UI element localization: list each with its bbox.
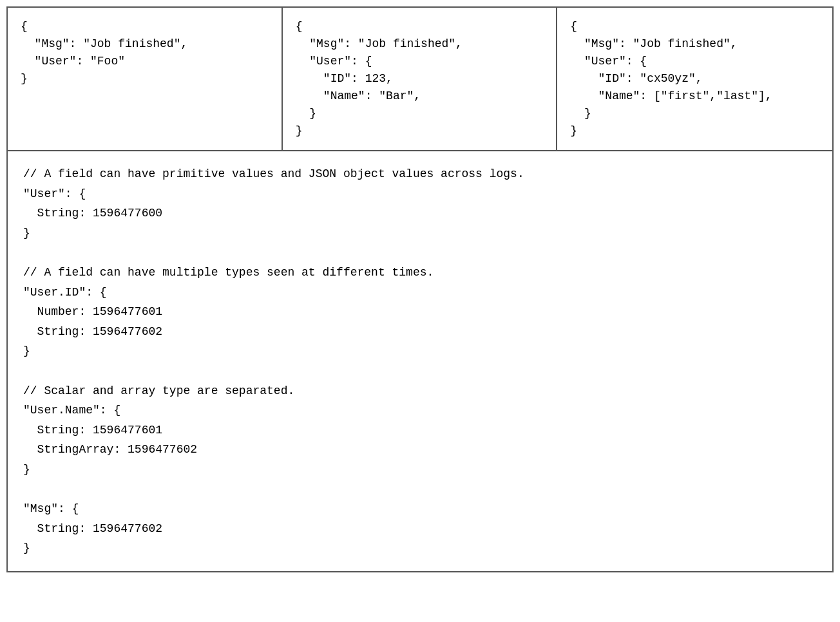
json-panel-3: { "Msg": "Job finished", "User": { "ID":…	[557, 8, 832, 150]
bottom-section: // A field can have primitive values and…	[8, 151, 832, 571]
top-section: { "Msg": "Job finished", "User": "Foo" }…	[8, 8, 832, 151]
json-panel-1: { "Msg": "Job finished", "User": "Foo" }	[8, 8, 283, 150]
main-container: { "Msg": "Job finished", "User": "Foo" }…	[6, 6, 834, 572]
json-panel-2: { "Msg": "Job finished", "User": { "ID":…	[283, 8, 558, 150]
